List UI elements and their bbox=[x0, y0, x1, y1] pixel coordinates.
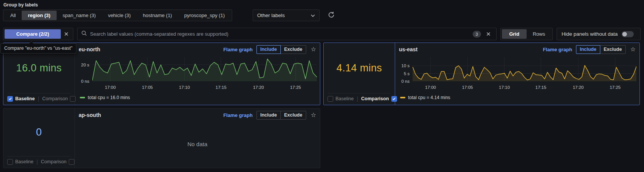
chevron-down-icon bbox=[311, 13, 315, 18]
star-icon[interactable]: ☆ bbox=[630, 46, 636, 52]
layout-toggle: Grid Rows bbox=[500, 28, 553, 40]
flame-graph-link[interactable]: Flame graph bbox=[543, 47, 572, 52]
exclude-button[interactable]: Exclude bbox=[280, 45, 306, 54]
compare-control: Compare (2/2) bbox=[3, 28, 73, 40]
comparison-checkbox[interactable] bbox=[69, 159, 74, 165]
panel-group-us-east: 4.14 mins Baseline | Comparison us-east … bbox=[323, 43, 640, 105]
tab-region[interactable]: region (3) bbox=[22, 11, 56, 20]
layout-option-rows[interactable]: Rows bbox=[527, 29, 551, 39]
legend-swatch bbox=[400, 97, 405, 98]
y-axis-label: 10 s bbox=[395, 63, 410, 69]
metric-panel: 0 Baseline | Comparison bbox=[3, 109, 75, 168]
include-button[interactable]: Include bbox=[256, 111, 281, 120]
flame-graph-link[interactable]: Flame graph bbox=[223, 47, 253, 52]
tab-vehicle[interactable]: vehicle (3) bbox=[102, 11, 137, 20]
divider: | bbox=[356, 96, 359, 102]
x-axis-label: 17:15 bbox=[215, 85, 226, 90]
panel-title: eu-north bbox=[79, 46, 100, 52]
no-data-message: No data bbox=[75, 120, 320, 168]
refresh-icon bbox=[328, 11, 335, 20]
comparison-label[interactable]: Comparison bbox=[42, 96, 68, 101]
label-tab-bar: All region (3) span_name (3) vehicle (3)… bbox=[3, 9, 232, 21]
include-exclude-group: Include Exclude bbox=[256, 45, 306, 54]
x-axis-label: 17:20 bbox=[573, 85, 584, 90]
star-icon[interactable]: ☆ bbox=[311, 46, 316, 52]
star-icon[interactable]: ☆ bbox=[311, 112, 316, 118]
timeseries-chart[interactable]: total cpu = 16.0 mins 20 s0 ns17:0017:05… bbox=[75, 54, 320, 105]
group-by-labels-heading: Group by labels bbox=[3, 2, 38, 8]
search-input[interactable] bbox=[90, 31, 470, 37]
include-exclude-group: Include Exclude bbox=[256, 111, 306, 120]
timeseries-panel: eu-north Flame graph Include Exclude ☆ t… bbox=[75, 43, 320, 105]
legend-item[interactable]: total cpu = 16.0 mins bbox=[80, 95, 130, 100]
legend-item[interactable]: total cpu = 4.14 mins bbox=[400, 95, 450, 100]
divider: | bbox=[37, 96, 40, 102]
panel-header: eu-north Flame graph Include Exclude ☆ bbox=[75, 43, 320, 54]
legend-label: total cpu = 16.0 mins bbox=[88, 95, 130, 100]
comparison-label[interactable]: Comparison bbox=[41, 159, 66, 164]
x-axis-label: 17:10 bbox=[499, 85, 510, 90]
toolbar: Compare (2/2) 3 Grid Rows Hide panels wi… bbox=[3, 28, 641, 40]
flame-graph-link[interactable]: Flame graph bbox=[223, 112, 253, 118]
other-labels-value: Other labels bbox=[257, 13, 311, 18]
baseline-checkbox[interactable] bbox=[7, 159, 13, 165]
compare-button[interactable]: Compare (2/2) bbox=[5, 29, 61, 39]
baseline-checkbox[interactable] bbox=[7, 96, 13, 102]
include-button[interactable]: Include bbox=[576, 45, 600, 54]
close-icon bbox=[64, 32, 68, 36]
panel-header: us-east Flame graph Include Exclude ☆ bbox=[395, 43, 639, 54]
plot-area bbox=[92, 57, 317, 81]
x-axis-label: 17:10 bbox=[179, 85, 190, 90]
y-axis-label: 0 ns bbox=[395, 78, 410, 84]
x-axis-label: 17:00 bbox=[105, 85, 116, 90]
tab-all[interactable]: All bbox=[4, 11, 22, 20]
baseline-label[interactable]: Baseline bbox=[15, 159, 33, 164]
timeseries-chart[interactable]: total cpu = 4.14 mins 10 s5 s0 ns17:0017… bbox=[395, 54, 639, 105]
exclude-button[interactable]: Exclude bbox=[280, 111, 306, 120]
x-axis-label: 17:20 bbox=[253, 85, 264, 90]
toggle-knob bbox=[622, 32, 627, 36]
x-axis-label: 17:05 bbox=[142, 85, 153, 90]
metric-value: 4.14 mins bbox=[324, 43, 395, 93]
layout-option-grid[interactable]: Grid bbox=[502, 29, 527, 39]
panel-group-ap-south: 0 Baseline | Comparison ap-south Flame g… bbox=[3, 108, 320, 168]
y-axis-label: 20 s bbox=[75, 62, 89, 68]
tab-span-name[interactable]: span_name (3) bbox=[57, 11, 102, 20]
tab-pyroscope-spy[interactable]: pyroscope_spy (1) bbox=[178, 11, 231, 20]
x-axis-label: 17:25 bbox=[610, 85, 621, 90]
y-axis-label: 0 ns bbox=[75, 78, 89, 84]
match-count-badge: 3 bbox=[473, 31, 481, 38]
baseline-label[interactable]: Baseline bbox=[335, 96, 354, 101]
panel-header: ap-south Flame graph Include Exclude ☆ bbox=[75, 109, 320, 120]
include-exclude-group: Include Exclude bbox=[576, 45, 626, 54]
panel-title: ap-south bbox=[79, 112, 101, 118]
legend-label: total cpu = 4.14 mins bbox=[408, 95, 450, 100]
check-icon bbox=[8, 97, 12, 101]
panels-grid: 16.0 mins Baseline | Comparison eu-north… bbox=[3, 43, 640, 168]
search-box: 3 bbox=[77, 28, 497, 40]
baseline-comparison-row: Baseline | Comparison bbox=[7, 156, 71, 168]
x-axis-label: 17:25 bbox=[290, 85, 301, 90]
panel-title: us-east bbox=[399, 46, 418, 52]
other-labels-select[interactable]: Other labels bbox=[253, 9, 320, 21]
tab-hostname[interactable]: hostname (1) bbox=[137, 11, 178, 20]
plot-area bbox=[413, 57, 636, 81]
exclude-button[interactable]: Exclude bbox=[600, 45, 626, 54]
divider: | bbox=[36, 159, 39, 165]
x-axis-label: 17:15 bbox=[535, 85, 546, 90]
x-axis-label: 17:00 bbox=[425, 85, 436, 90]
hide-panels-toggle[interactable] bbox=[622, 31, 634, 37]
baseline-checkbox[interactable] bbox=[328, 96, 333, 102]
timeseries-panel: us-east Flame graph Include Exclude ☆ to… bbox=[395, 43, 639, 105]
hide-panels-label: Hide panels without data bbox=[562, 31, 618, 37]
search-clear-button[interactable] bbox=[484, 32, 492, 36]
baseline-label[interactable]: Baseline bbox=[15, 96, 35, 101]
include-button[interactable]: Include bbox=[256, 45, 281, 54]
compare-tooltip: Compare "eu-north" vs "us-east" bbox=[0, 43, 76, 54]
x-axis-label: 17:05 bbox=[462, 85, 473, 90]
close-icon bbox=[486, 32, 491, 36]
comparison-label[interactable]: Comparison bbox=[361, 96, 389, 101]
timeseries-panel: ap-south Flame graph Include Exclude ☆ N… bbox=[75, 109, 320, 168]
refresh-button[interactable] bbox=[326, 9, 337, 21]
compare-close-button[interactable] bbox=[61, 29, 72, 39]
